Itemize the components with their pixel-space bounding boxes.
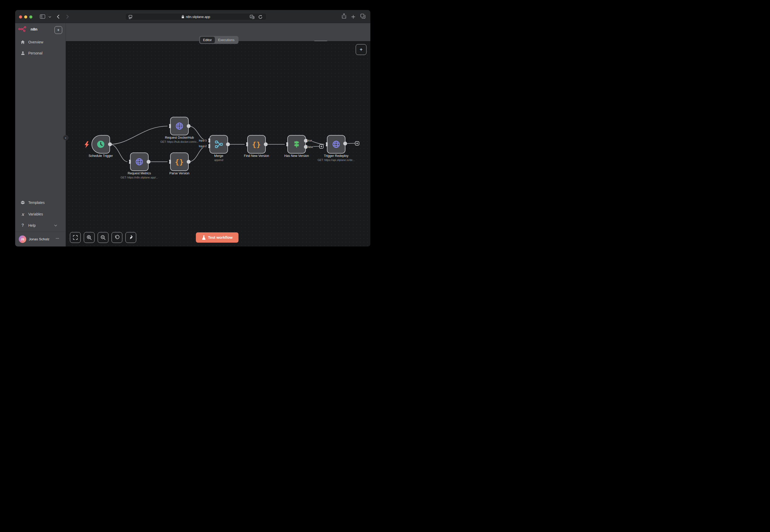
merge-input2-label: Input 2 — [199, 145, 207, 148]
sidebar-item-variables[interactable]: x Variables — [15, 210, 65, 219]
node-label: Request DockerHub — [157, 136, 201, 139]
person-icon — [21, 51, 25, 55]
globe-icon — [175, 121, 184, 131]
share-page-icon[interactable] — [342, 13, 346, 19]
node-label: Schedule Trigger — [79, 154, 122, 158]
brand-name: n8n — [31, 27, 37, 31]
zoom-in-icon — [87, 235, 92, 240]
sidebar-collapse-button[interactable]: ‹ — [63, 135, 68, 140]
fit-view-icon — [73, 235, 78, 240]
url-text: n8n.sliplane.app — [186, 15, 210, 19]
globe-icon — [332, 140, 341, 149]
undo-icon — [114, 235, 119, 240]
node-label: Trigger Redeploy — [314, 154, 358, 158]
clock-icon — [96, 140, 105, 149]
zoom-window-button[interactable] — [29, 15, 32, 18]
node-find-new-version[interactable]: {} — [247, 135, 266, 154]
branch-false-label: false — [308, 146, 313, 148]
chevron-down-icon[interactable] — [49, 16, 51, 18]
merge-icon — [214, 140, 223, 149]
sidebar-item-templates[interactable]: Templates — [15, 198, 65, 207]
node-request-dockerhub[interactable] — [170, 117, 188, 135]
reader-mode-icon[interactable] — [128, 15, 132, 19]
test-workflow-button[interactable]: Test workflow — [196, 232, 239, 243]
node-subtitle: GET: https://api.sliplane.io/de... — [307, 158, 366, 161]
n8n-app: n8n + Overview Personal — [15, 23, 370, 246]
node-subtitle: GET: https://n8n.sliplane.app/... — [110, 176, 169, 179]
node-parse-version[interactable]: {} — [170, 153, 188, 171]
edge-redeploy-plus — [345, 143, 355, 144]
variables-icon: x — [21, 212, 25, 216]
node-label: Has New Version — [275, 154, 318, 158]
browser-window: n8n.sliplane.app A 文 — [15, 10, 370, 246]
svg-text:A: A — [251, 15, 252, 18]
add-workflow-button[interactable]: + — [54, 26, 62, 34]
flask-icon — [202, 235, 206, 240]
new-tab-icon[interactable] — [351, 15, 355, 19]
sidebar-item-label: Personal — [28, 51, 42, 55]
back-button[interactable] — [57, 15, 59, 19]
workflow-canvas[interactable]: {} {} — [66, 41, 370, 246]
sidebar-divider — [15, 232, 65, 232]
avatar[interactable]: JS — [19, 235, 26, 243]
fit-view-button[interactable] — [70, 232, 81, 243]
home-icon — [21, 40, 25, 44]
branch-true-label: true — [308, 139, 312, 142]
node-subtitle: append — [189, 158, 248, 161]
svg-text:文: 文 — [252, 17, 254, 18]
braces-icon: {} — [175, 158, 184, 166]
sidebar-item-help[interactable]: ? Help — [15, 221, 65, 230]
view-tabs: Editor Executions — [199, 36, 239, 44]
zoom-out-icon — [100, 235, 106, 240]
user-menu-button[interactable]: ••• — [56, 237, 59, 240]
box-icon — [21, 201, 25, 205]
reload-icon[interactable] — [258, 15, 263, 19]
n8n-logo[interactable]: n8n — [18, 26, 37, 32]
forward-button[interactable] — [66, 15, 69, 19]
n8n-logo-icon — [18, 26, 29, 32]
node-request-metrics[interactable] — [130, 153, 148, 171]
add-node-endpoint-false[interactable] — [320, 145, 323, 148]
translate-icon[interactable]: A 文 — [250, 15, 255, 19]
sidebar-item-label: Help — [28, 223, 36, 227]
tab-editor[interactable]: Editor — [200, 37, 215, 43]
help-icon: ? — [21, 223, 25, 228]
edge-false-plus — [306, 146, 320, 147]
sidebar-toggle-icon[interactable] — [40, 14, 45, 19]
node-merge[interactable] — [210, 135, 228, 154]
tidy-up-button[interactable] — [125, 232, 136, 243]
tab-executions[interactable]: Executions — [215, 37, 238, 43]
sidebar-item-label: Variables — [28, 212, 43, 216]
node-has-new-version[interactable] — [287, 135, 306, 154]
add-node-endpoint[interactable] — [355, 141, 359, 145]
tab-overview-icon[interactable] — [360, 14, 365, 19]
sidebar-item-label: Templates — [28, 201, 45, 205]
zoom-in-button[interactable] — [84, 232, 94, 243]
signpost-icon — [292, 140, 301, 149]
node-label: Request Metrics — [117, 172, 161, 175]
sidebar-item-overview[interactable]: Overview — [15, 37, 65, 47]
trigger-lightning-icon — [84, 141, 89, 148]
node-label: Find New Version — [235, 154, 278, 158]
reset-zoom-button[interactable] — [111, 232, 122, 243]
sidebar: n8n + Overview Personal — [15, 23, 66, 246]
globe-icon — [135, 157, 144, 166]
node-label: Merge — [197, 154, 241, 158]
add-node-button[interactable]: + — [356, 44, 367, 55]
node-subtitle: GET: https://hub.docker.com/v... — [150, 140, 209, 143]
user-name: Jonas Scholz — [29, 237, 49, 241]
node-trigger-redeploy[interactable] — [327, 135, 345, 154]
address-bar[interactable]: n8n.sliplane.app A 文 — [125, 13, 267, 20]
test-workflow-label: Test workflow — [208, 235, 233, 240]
browser-chrome: n8n.sliplane.app A 文 — [15, 10, 370, 23]
minimize-window-button[interactable] — [24, 15, 27, 18]
braces-icon: {} — [252, 140, 261, 148]
edge-true-redeploy — [306, 141, 325, 144]
node-label: Parse Version — [157, 172, 201, 175]
node-schedule-trigger[interactable] — [91, 135, 110, 154]
edge-schedule-metrics — [110, 144, 128, 162]
sidebar-item-personal[interactable]: Personal — [15, 49, 65, 58]
zoom-out-button[interactable] — [98, 232, 108, 243]
close-window-button[interactable] — [19, 15, 22, 18]
chevron-down-icon — [54, 225, 57, 226]
